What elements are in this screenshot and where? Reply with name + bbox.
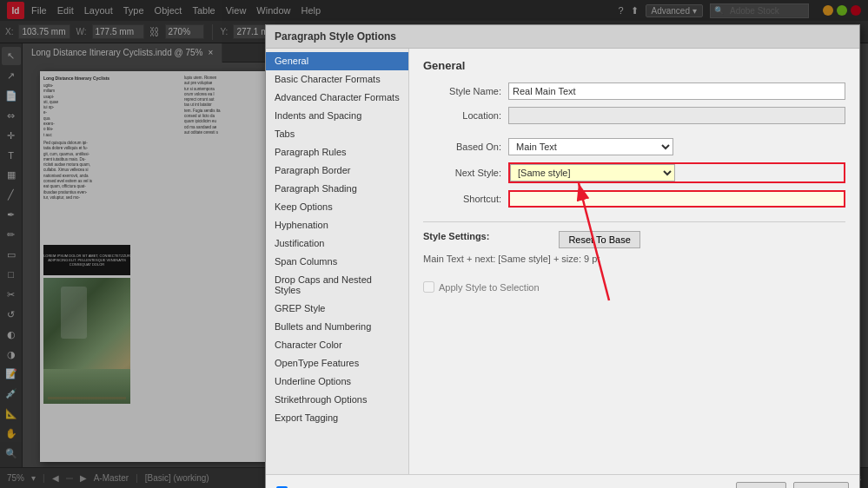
paragraph-style-dialog: Paragraph Style Options General Basic Ch… [265, 24, 860, 488]
dialog-title-bar: Paragraph Style Options [266, 25, 859, 49]
nav-item-para-rules[interactable]: Paragraph Rules [266, 143, 408, 162]
next-style-row: Next Style: [Same style] [423, 162, 845, 183]
nav-item-advanced-char[interactable]: Advanced Character Formats [266, 89, 408, 107]
style-settings-value: Main Text + next: [Same style] + size: 9… [423, 254, 845, 264]
location-label: Location: [423, 110, 501, 121]
apply-style-checkbox[interactable] [423, 281, 434, 293]
dialog-body: General Basic Character Formats Advanced… [266, 49, 859, 474]
nav-item-char-color[interactable]: Character Color [266, 336, 408, 354]
nav-item-drop-caps[interactable]: Drop Caps and Nested Styles [266, 271, 408, 300]
nav-item-tabs[interactable]: Tabs [266, 125, 408, 143]
shortcut-row: Shortcut: [423, 190, 845, 208]
shortcut-label: Shortcut: [423, 194, 501, 204]
nav-item-justification[interactable]: Justification [266, 234, 408, 253]
based-on-select-wrapper: Main Text [508, 138, 845, 155]
style-name-label: Style Name: [423, 86, 501, 96]
dialog-content-area: General Style Name: Location: Based [409, 49, 859, 474]
based-on-select[interactable]: Main Text [508, 138, 673, 155]
nav-item-export[interactable]: Export Tagging [266, 409, 408, 427]
next-style-select-wrapper: [Same style] [508, 162, 845, 183]
cancel-button[interactable]: Cancel [793, 482, 849, 488]
nav-item-hyphenation[interactable]: Hyphenation [266, 216, 408, 234]
nav-item-para-border[interactable]: Paragraph Border [266, 162, 408, 180]
style-name-row: Style Name: [423, 82, 845, 100]
nav-item-underline[interactable]: Underline Options [266, 373, 408, 391]
reset-to-base-button[interactable]: Reset To Base [559, 231, 639, 248]
location-row: Location: [423, 107, 845, 124]
main-layout: ↖ ↗ 📄 ⇔ ✛ T ▦ ╱ ✒ ✏ ▭ □ ✂ ↺ ◐ ◑ 📝 💉 📐 ✋ … [0, 43, 868, 488]
based-on-row: Based On: Main Text [423, 138, 845, 155]
dialog-footer: Preview OK Cancel [266, 474, 859, 488]
nav-item-opentype[interactable]: OpenType Features [266, 354, 408, 373]
nav-item-bullets[interactable]: Bullets and Numbering [266, 318, 408, 336]
general-section-heading: General [423, 59, 845, 72]
dialog-title: Paragraph Style Options [275, 30, 396, 43]
location-input[interactable] [508, 107, 845, 124]
based-on-label: Based On: [423, 142, 501, 152]
style-name-input[interactable] [508, 82, 845, 100]
nav-item-span[interactable]: Span Columns [266, 253, 408, 271]
next-style-select[interactable]: [Same style] [510, 164, 675, 181]
style-settings-label: Style Settings: Reset To Base [423, 231, 640, 248]
apply-style-label: Apply Style to Selection [439, 282, 540, 293]
dialog-buttons: OK Cancel [736, 482, 849, 488]
nav-item-grep[interactable]: GREP Style [266, 300, 408, 318]
apply-style-section: Apply Style to Selection [423, 281, 845, 293]
nav-item-para-shading[interactable]: Paragraph Shading [266, 180, 408, 198]
next-style-label: Next Style: [423, 168, 501, 178]
dialog-overlay: Paragraph Style Options General Basic Ch… [0, 0, 868, 488]
nav-item-basic-char[interactable]: Basic Character Formats [266, 70, 408, 89]
nav-item-strikethrough[interactable]: Strikethrough Options [266, 391, 408, 409]
shortcut-input[interactable] [508, 190, 845, 208]
style-settings-section: Style Settings: Reset To Base Main Text … [423, 221, 845, 264]
nav-item-general[interactable]: General [266, 52, 408, 70]
nav-item-keep[interactable]: Keep Options [266, 198, 408, 216]
dialog-navigation: General Basic Character Formats Advanced… [266, 49, 409, 474]
nav-item-indents[interactable]: Indents and Spacing [266, 107, 408, 125]
ok-button[interactable]: OK [736, 482, 786, 488]
